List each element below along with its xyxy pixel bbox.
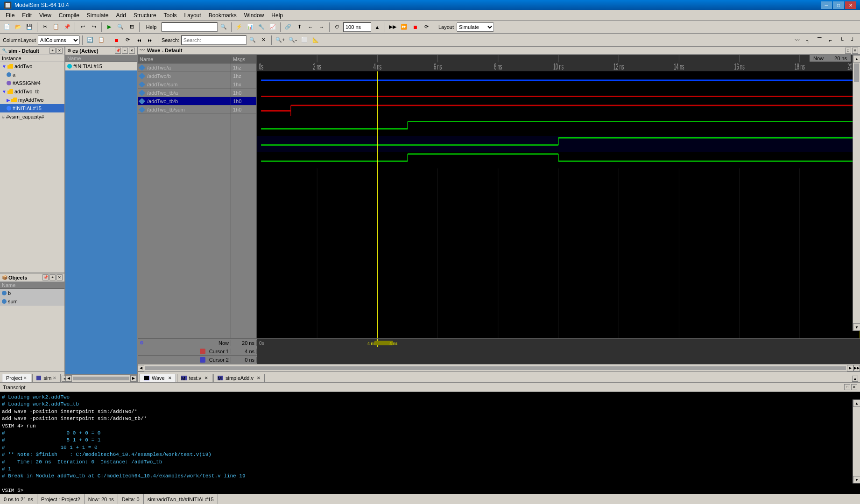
obj-b[interactable]: b xyxy=(0,289,64,297)
tree-a[interactable]: a xyxy=(0,70,64,79)
sig-tb-a[interactable]: /addTwo_tb/a xyxy=(138,89,231,97)
wave-style6[interactable]: ┘ xyxy=(848,35,858,45)
wave-tab[interactable]: Wave ✕ xyxy=(140,374,176,382)
help-input[interactable] xyxy=(162,22,218,32)
menu-layout[interactable]: Layout xyxy=(181,11,205,20)
search-input[interactable] xyxy=(181,35,247,45)
tree-myAddTwo[interactable]: ▶ myAddTwo xyxy=(0,96,64,104)
menu-add[interactable]: Add xyxy=(113,11,130,20)
maximize-button[interactable]: □ xyxy=(833,1,844,9)
menu-view[interactable]: View xyxy=(35,11,55,20)
layout-select[interactable]: Simulate xyxy=(457,22,494,32)
wave-tab-close[interactable]: ✕ xyxy=(168,376,172,380)
stop-btn[interactable]: ⏹ xyxy=(410,22,420,32)
save-btn[interactable]: 💾 xyxy=(24,22,35,32)
sig-tb-sum[interactable]: /addTwo_tb/sum xyxy=(138,105,231,114)
sim-btn1[interactable]: ⚡ xyxy=(234,22,244,32)
time-input[interactable]: 100 ns xyxy=(343,22,371,32)
tree-addTwo[interactable]: ▼ addTwo xyxy=(0,62,64,70)
menu-bookmarks[interactable]: Bookmarks xyxy=(205,11,240,20)
simpleadd-tab-close[interactable]: ✕ xyxy=(257,376,261,380)
find-btn[interactable]: 🔍 xyxy=(115,22,126,32)
es-scrollbar[interactable]: ◀ ▶ xyxy=(65,374,137,382)
wave-style3[interactable]: ▔ xyxy=(814,35,825,45)
zoom-in[interactable]: 🔍+ xyxy=(274,35,286,45)
obj-close[interactable]: ✕ xyxy=(56,274,63,280)
tab-sim[interactable]: sim ✕ xyxy=(32,374,61,382)
menu-window[interactable]: Window xyxy=(240,11,268,20)
nav-btn2[interactable]: ← xyxy=(305,22,316,32)
nav-btn3[interactable]: → xyxy=(317,22,327,32)
hscroll-left[interactable]: ◀ xyxy=(138,365,144,371)
es-scroll-left[interactable]: ◀ xyxy=(65,375,72,382)
simpleadd-tab[interactable]: M simpleAdd.v ✕ xyxy=(213,374,265,382)
col-btn2[interactable]: 📋 xyxy=(96,35,106,45)
ts-scroll-up[interactable]: ▲ xyxy=(853,399,860,407)
wave-style2[interactable]: ┐ xyxy=(803,35,813,45)
wave-close[interactable]: ✕ xyxy=(852,48,858,54)
menu-compile[interactable]: Compile xyxy=(55,11,83,20)
transcript-vscroll[interactable]: ▲ ▼ xyxy=(853,399,860,483)
sig-addTwo-b[interactable]: /addTwo/b xyxy=(138,72,231,80)
stop2-btn[interactable]: ⏹ xyxy=(112,35,122,45)
run-btn[interactable]: ▶ xyxy=(104,22,114,32)
obj-pin[interactable]: 📌 xyxy=(42,274,49,280)
wave-hscroll[interactable]: ◀ ▶ ▶▶ xyxy=(138,364,860,371)
menu-edit[interactable]: Edit xyxy=(18,11,35,20)
sig-addTwo-sum[interactable]: /addTwo/sum xyxy=(138,80,231,89)
testv-tab[interactable]: M test.v ✕ xyxy=(177,374,212,382)
col-btn1[interactable]: 🔄 xyxy=(85,35,95,45)
tree-initial15[interactable]: #INITIAL#15 xyxy=(0,104,64,112)
menu-help[interactable]: Help xyxy=(268,11,287,20)
zoom-fit[interactable]: ⬜ xyxy=(299,35,310,45)
hscroll-expand[interactable]: ▶▶ xyxy=(853,365,860,371)
step-btn[interactable]: ⏩ xyxy=(399,22,409,32)
es-scroll-right[interactable]: ▶ xyxy=(130,375,137,382)
restart-btn[interactable]: ⟳ xyxy=(421,22,431,32)
hscroll-right[interactable]: ▶ xyxy=(847,365,853,371)
paste-btn[interactable]: 📌 xyxy=(62,22,72,32)
copy-btn[interactable]: 📋 xyxy=(51,22,61,32)
sim-panel-add[interactable]: + xyxy=(49,48,56,54)
tab-project[interactable]: Project ✕ xyxy=(2,374,31,382)
tab-sim-close[interactable]: ✕ xyxy=(53,376,56,380)
transcript-expand[interactable]: □ xyxy=(844,384,850,390)
hscroll-thumb[interactable] xyxy=(145,366,846,370)
testv-tab-close[interactable]: ✕ xyxy=(204,376,208,380)
prev-btn[interactable]: ⏮ xyxy=(134,35,144,45)
close-button[interactable]: ✕ xyxy=(845,1,856,9)
new-btn[interactable]: 📄 xyxy=(2,22,12,32)
wave-tab-expand[interactable]: ▲ xyxy=(852,376,858,382)
obj-add[interactable]: + xyxy=(49,274,56,280)
transcript-content[interactable]: # Loading work2.addTwo # Loading work2.a… xyxy=(0,392,860,494)
minimize-button[interactable]: ─ xyxy=(821,1,832,9)
tree-assign4[interactable]: #ASSIGN#4 xyxy=(0,79,64,87)
search-clear[interactable]: ✕ xyxy=(259,35,269,45)
wave-style5[interactable]: └ xyxy=(837,35,847,45)
menu-simulate[interactable]: Simulate xyxy=(83,11,113,20)
column-layout-select[interactable]: AllColumns xyxy=(38,35,80,45)
vscroll-down[interactable]: ▼ xyxy=(853,323,860,331)
run-all-btn[interactable]: ▶▶ xyxy=(388,22,398,32)
search-go[interactable]: 🔍 xyxy=(247,35,258,45)
vscroll-up[interactable]: ▲ xyxy=(853,55,860,63)
wave-style4[interactable]: ⌐ xyxy=(825,35,836,45)
menu-file[interactable]: File xyxy=(2,11,18,20)
grid-btn[interactable]: ⊞ xyxy=(127,22,137,32)
time-btn[interactable]: ⏱ xyxy=(332,22,342,32)
cut-btn[interactable]: ✂ xyxy=(40,22,50,32)
wave-tab-btn[interactable]: ▲ xyxy=(852,376,858,382)
zoom-out[interactable]: 🔍- xyxy=(287,35,298,45)
link-btn[interactable]: 🔗 xyxy=(283,22,293,32)
next-btn[interactable]: ⏭ xyxy=(145,35,155,45)
transcript-close[interactable]: ✕ xyxy=(851,384,857,390)
obj-sum[interactable]: sum xyxy=(0,297,64,306)
menu-tools[interactable]: Tools xyxy=(160,11,181,20)
tree-vsim-cap[interactable]: # #vsim_capacity# xyxy=(0,112,64,121)
redo-btn[interactable]: ↪ xyxy=(89,22,99,32)
vscroll-thumb[interactable] xyxy=(854,63,859,82)
nav-btn1[interactable]: ⬆ xyxy=(294,22,304,32)
ts-scroll-down[interactable]: ▼ xyxy=(853,476,860,483)
es-initial15[interactable]: #INITIAL#15 xyxy=(65,62,137,70)
tab-project-close[interactable]: ✕ xyxy=(23,376,27,380)
